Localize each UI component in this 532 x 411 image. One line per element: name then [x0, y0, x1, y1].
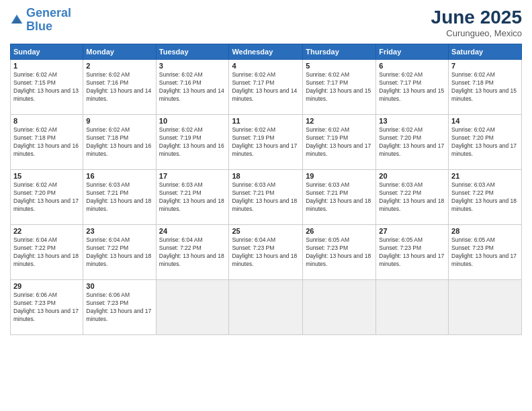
table-row: 5Sunrise: 6:02 AMSunset: 7:17 PMDaylight… — [303, 60, 376, 115]
day-number: 8 — [13, 117, 80, 125]
table-row: 3Sunrise: 6:02 AMSunset: 7:16 PMDaylight… — [156, 60, 229, 115]
day-info: Sunrise: 6:02 AMSunset: 7:16 PMDaylight:… — [86, 71, 152, 103]
day-info: Sunrise: 6:02 AMSunset: 7:19 PMDaylight:… — [159, 126, 226, 158]
table-row: 16Sunrise: 6:03 AMSunset: 7:21 PMDayligh… — [83, 170, 156, 225]
table-row — [376, 280, 449, 335]
day-info: Sunrise: 6:04 AMSunset: 7:22 PMDaylight:… — [159, 236, 226, 269]
location: Curungueo, Mexico — [431, 28, 522, 38]
day-info: Sunrise: 6:05 AMSunset: 7:23 PMDaylight:… — [379, 236, 445, 269]
day-info: Sunrise: 6:03 AMSunset: 7:22 PMDaylight:… — [451, 181, 519, 214]
day-number: 1 — [13, 62, 80, 70]
day-number: 12 — [306, 117, 373, 125]
col-wednesday: Wednesday — [229, 44, 303, 60]
title-block: June 2025 Curungueo, Mexico — [431, 7, 522, 38]
day-info: Sunrise: 6:02 AMSunset: 7:19 PMDaylight:… — [306, 126, 373, 158]
day-info: Sunrise: 6:02 AMSunset: 7:16 PMDaylight:… — [159, 71, 226, 103]
day-info: Sunrise: 6:02 AMSunset: 7:20 PMDaylight:… — [451, 126, 519, 158]
table-row: 12Sunrise: 6:02 AMSunset: 7:19 PMDayligh… — [303, 115, 376, 170]
day-info: Sunrise: 6:02 AMSunset: 7:18 PMDaylight:… — [451, 71, 519, 103]
calendar-week-row: 22Sunrise: 6:04 AMSunset: 7:22 PMDayligh… — [11, 225, 522, 280]
col-tuesday: Tuesday — [156, 44, 229, 60]
day-info: Sunrise: 6:04 AMSunset: 7:23 PMDaylight:… — [232, 236, 300, 269]
day-number: 23 — [86, 227, 152, 235]
table-row: 8Sunrise: 6:02 AMSunset: 7:18 PMDaylight… — [11, 115, 83, 170]
table-row — [449, 280, 522, 335]
table-row: 29Sunrise: 6:06 AMSunset: 7:23 PMDayligh… — [11, 280, 83, 335]
table-row: 4Sunrise: 6:02 AMSunset: 7:17 PMDaylight… — [229, 60, 303, 115]
logo: General Blue — [10, 7, 71, 34]
table-row: 22Sunrise: 6:04 AMSunset: 7:22 PMDayligh… — [11, 225, 83, 280]
day-number: 14 — [451, 117, 519, 125]
page: General Blue June 2025 Curungueo, Mexico… — [0, 0, 532, 411]
calendar-week-row: 8Sunrise: 6:02 AMSunset: 7:18 PMDaylight… — [11, 115, 522, 170]
day-number: 21 — [451, 172, 519, 180]
day-info: Sunrise: 6:03 AMSunset: 7:21 PMDaylight:… — [86, 181, 152, 214]
header: General Blue June 2025 Curungueo, Mexico — [10, 7, 522, 38]
table-row: 15Sunrise: 6:02 AMSunset: 7:20 PMDayligh… — [11, 170, 83, 225]
day-number: 30 — [86, 282, 152, 290]
day-number: 3 — [159, 62, 226, 70]
day-info: Sunrise: 6:02 AMSunset: 7:15 PMDaylight:… — [13, 71, 80, 103]
table-row: 10Sunrise: 6:02 AMSunset: 7:19 PMDayligh… — [156, 115, 229, 170]
table-row: 25Sunrise: 6:04 AMSunset: 7:23 PMDayligh… — [229, 225, 303, 280]
day-number: 17 — [159, 172, 226, 180]
day-number: 16 — [86, 172, 152, 180]
col-monday: Monday — [83, 44, 156, 60]
calendar-header-row: Sunday Monday Tuesday Wednesday Thursday… — [11, 44, 522, 60]
table-row: 13Sunrise: 6:02 AMSunset: 7:20 PMDayligh… — [376, 115, 449, 170]
col-saturday: Saturday — [449, 44, 522, 60]
table-row: 30Sunrise: 6:06 AMSunset: 7:23 PMDayligh… — [83, 280, 156, 335]
day-number: 29 — [13, 282, 80, 290]
table-row: 21Sunrise: 6:03 AMSunset: 7:22 PMDayligh… — [449, 170, 522, 225]
table-row — [156, 280, 229, 335]
day-number: 26 — [306, 227, 373, 235]
day-info: Sunrise: 6:06 AMSunset: 7:23 PMDaylight:… — [86, 291, 152, 324]
table-row: 24Sunrise: 6:04 AMSunset: 7:22 PMDayligh… — [156, 225, 229, 280]
day-number: 7 — [451, 62, 519, 70]
table-row: 26Sunrise: 6:05 AMSunset: 7:23 PMDayligh… — [303, 225, 376, 280]
day-info: Sunrise: 6:02 AMSunset: 7:18 PMDaylight:… — [86, 126, 152, 158]
day-info: Sunrise: 6:02 AMSunset: 7:17 PMDaylight:… — [306, 71, 373, 103]
day-info: Sunrise: 6:06 AMSunset: 7:23 PMDaylight:… — [13, 291, 80, 324]
day-number: 10 — [159, 117, 226, 125]
table-row: 28Sunrise: 6:05 AMSunset: 7:23 PMDayligh… — [449, 225, 522, 280]
day-info: Sunrise: 6:02 AMSunset: 7:17 PMDaylight:… — [379, 71, 445, 103]
table-row: 19Sunrise: 6:03 AMSunset: 7:21 PMDayligh… — [303, 170, 376, 225]
table-row: 9Sunrise: 6:02 AMSunset: 7:18 PMDaylight… — [83, 115, 156, 170]
day-number: 15 — [13, 172, 80, 180]
day-info: Sunrise: 6:03 AMSunset: 7:22 PMDaylight:… — [379, 181, 445, 214]
day-info: Sunrise: 6:04 AMSunset: 7:22 PMDaylight:… — [86, 236, 152, 269]
day-number: 6 — [379, 62, 445, 70]
table-row — [303, 280, 376, 335]
month-title: June 2025 — [431, 7, 522, 28]
day-info: Sunrise: 6:02 AMSunset: 7:20 PMDaylight:… — [13, 181, 80, 214]
day-number: 11 — [232, 117, 300, 125]
table-row: 18Sunrise: 6:03 AMSunset: 7:21 PMDayligh… — [229, 170, 303, 225]
table-row: 11Sunrise: 6:02 AMSunset: 7:19 PMDayligh… — [229, 115, 303, 170]
table-row: 17Sunrise: 6:03 AMSunset: 7:21 PMDayligh… — [156, 170, 229, 225]
table-row — [229, 280, 303, 335]
day-number: 2 — [86, 62, 152, 70]
day-info: Sunrise: 6:02 AMSunset: 7:18 PMDaylight:… — [13, 126, 80, 158]
table-row: 23Sunrise: 6:04 AMSunset: 7:22 PMDayligh… — [83, 225, 156, 280]
col-thursday: Thursday — [303, 44, 376, 60]
day-number: 19 — [306, 172, 373, 180]
col-friday: Friday — [376, 44, 449, 60]
day-number: 25 — [232, 227, 300, 235]
day-info: Sunrise: 6:02 AMSunset: 7:17 PMDaylight:… — [232, 71, 300, 103]
table-row: 6Sunrise: 6:02 AMSunset: 7:17 PMDaylight… — [376, 60, 449, 115]
col-sunday: Sunday — [11, 44, 83, 60]
calendar-week-row: 1Sunrise: 6:02 AMSunset: 7:15 PMDaylight… — [11, 60, 522, 115]
day-info: Sunrise: 6:05 AMSunset: 7:23 PMDaylight:… — [306, 236, 373, 269]
day-number: 18 — [232, 172, 300, 180]
calendar-week-row: 29Sunrise: 6:06 AMSunset: 7:23 PMDayligh… — [11, 280, 522, 335]
table-row: 27Sunrise: 6:05 AMSunset: 7:23 PMDayligh… — [376, 225, 449, 280]
day-number: 9 — [86, 117, 152, 125]
day-info: Sunrise: 6:05 AMSunset: 7:23 PMDaylight:… — [451, 236, 519, 269]
calendar-week-row: 15Sunrise: 6:02 AMSunset: 7:20 PMDayligh… — [11, 170, 522, 225]
day-number: 5 — [306, 62, 373, 70]
day-info: Sunrise: 6:03 AMSunset: 7:21 PMDaylight:… — [159, 181, 226, 214]
day-number: 20 — [379, 172, 445, 180]
table-row: 2Sunrise: 6:02 AMSunset: 7:16 PMDaylight… — [83, 60, 156, 115]
table-row: 20Sunrise: 6:03 AMSunset: 7:22 PMDayligh… — [376, 170, 449, 225]
